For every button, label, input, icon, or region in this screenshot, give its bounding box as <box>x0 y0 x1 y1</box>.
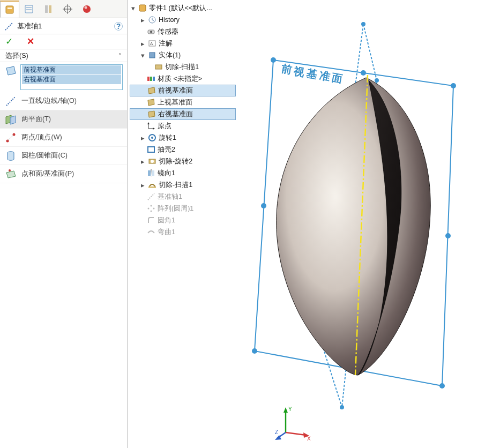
svg-point-63 <box>252 348 257 354</box>
svg-rect-5 <box>45 5 48 13</box>
target-icon <box>63 4 72 14</box>
model-body[interactable] <box>277 78 431 375</box>
config-icon <box>43 4 53 14</box>
option-two-points-label: 两点/顶点(W) <box>21 133 62 142</box>
triad-x-label: X <box>307 436 311 440</box>
option-point-plane[interactable]: 点和面/基准面(P) <box>0 165 127 183</box>
svg-line-19 <box>8 135 14 141</box>
option-cyl-cone[interactable]: 圆柱/圆锥面(C) <box>0 147 127 165</box>
selections-label: 选择(S) <box>5 51 28 61</box>
tab-config[interactable] <box>39 1 58 18</box>
option-cyl-cone-label: 圆柱/圆锥面(C) <box>21 151 68 160</box>
option-line-edge-label: 一直线/边线/轴(O) <box>21 96 77 106</box>
svg-rect-6 <box>49 5 51 13</box>
option-two-points[interactable]: 两点/顶点(W) <box>0 129 127 147</box>
svg-marker-13 <box>6 66 16 75</box>
svg-point-11 <box>85 6 87 9</box>
svg-point-56 <box>375 78 379 83</box>
svg-point-57 <box>340 405 344 409</box>
view-triad[interactable]: Y X Z <box>275 403 312 440</box>
svg-point-67 <box>261 203 266 208</box>
triad-y-label: Y <box>288 406 292 412</box>
axis-icon <box>4 21 14 31</box>
two-points-icon <box>4 131 17 144</box>
plane-entity-icon <box>4 64 17 77</box>
svg-line-70 <box>286 432 306 435</box>
svg-line-14 <box>6 97 15 106</box>
feature-name-row: 基准轴1 ? <box>0 18 127 34</box>
svg-point-65 <box>445 233 451 238</box>
option-two-planes[interactable]: 两平面(T) <box>0 110 127 129</box>
chevron-up-icon: ˄ <box>118 53 122 59</box>
svg-point-64 <box>361 70 366 76</box>
svg-marker-21 <box>6 171 16 178</box>
svg-rect-0 <box>6 6 13 13</box>
triad-z-label: Z <box>275 429 278 435</box>
svg-rect-1 <box>8 8 12 9</box>
orb-icon <box>82 4 92 14</box>
selection-box-row: 前视基准面 右视基准面 <box>0 62 127 92</box>
tab-feature-tree[interactable] <box>0 1 19 18</box>
option-point-plane-label: 点和面/基准面(P) <box>21 169 74 178</box>
point-plane-icon <box>4 168 17 181</box>
cylinder-icon <box>4 150 17 162</box>
option-line-edge[interactable]: 一直线/边线/轴(O) <box>0 92 127 110</box>
selection-item-0[interactable]: 前视基准面 <box>22 65 121 74</box>
tab-dimxpert[interactable] <box>58 1 77 18</box>
cancel-button[interactable]: ✕ <box>27 36 34 47</box>
svg-point-10 <box>83 5 91 13</box>
panel-tabs <box>0 0 127 18</box>
help-icon[interactable]: ? <box>114 22 123 31</box>
tab-property[interactable] <box>19 1 39 18</box>
selection-list[interactable]: 前视基准面 右视基准面 <box>20 64 123 90</box>
property-icon <box>24 4 34 14</box>
feature-title: 基准轴1 <box>17 21 114 31</box>
feature-tree-icon <box>5 5 14 14</box>
svg-point-60 <box>271 57 276 63</box>
tab-appearance[interactable] <box>77 1 96 18</box>
svg-line-12 <box>5 23 13 30</box>
graphics-viewport[interactable]: ▾ 零件1 (默认<<默认... ▸ History 传感器 ▸ <box>128 0 500 448</box>
svg-marker-16 <box>10 116 16 124</box>
property-manager-panel: 基准轴1 ? ✓ ✕ 选择(S) ˄ 前视基准面 右视基准面 <box>0 0 128 448</box>
ok-button[interactable]: ✓ <box>5 36 13 47</box>
two-planes-icon <box>4 113 17 126</box>
selections-section: 选择(S) ˄ 前视基准面 右视基准面 一直线/边线/轴(O) <box>0 49 127 183</box>
ok-cancel-row: ✓ ✕ <box>0 34 127 49</box>
svg-marker-69 <box>283 407 288 413</box>
selection-item-1[interactable]: 右视基准面 <box>22 75 121 84</box>
selections-heading[interactable]: 选择(S) ˄ <box>0 49 127 62</box>
svg-point-22 <box>9 169 11 171</box>
svg-rect-2 <box>25 5 33 13</box>
line-edge-icon <box>4 95 17 108</box>
svg-point-62 <box>439 383 445 389</box>
svg-point-61 <box>451 83 456 88</box>
svg-point-55 <box>361 22 365 26</box>
option-two-planes-label: 两平面(T) <box>21 115 51 124</box>
